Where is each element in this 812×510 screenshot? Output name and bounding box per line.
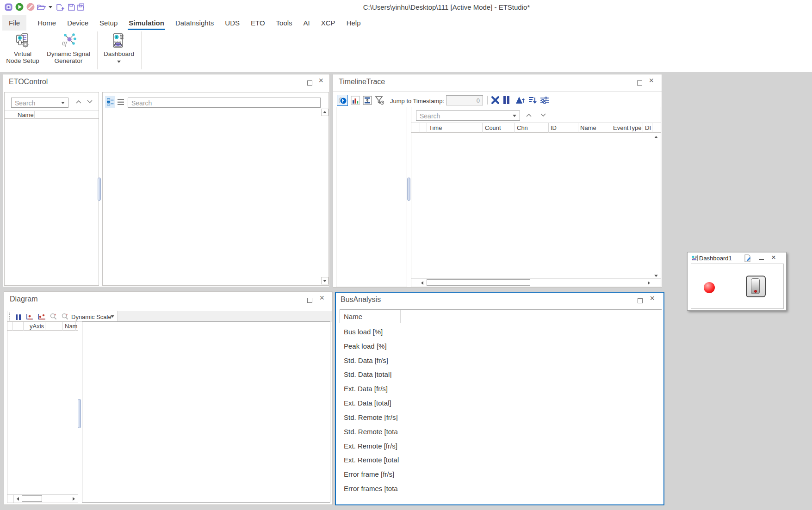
etocontrol-column-name[interactable]: Name xyxy=(18,111,34,118)
busanalysis-column-name[interactable]: Name xyxy=(344,313,362,320)
trace-hscroll-right-button[interactable] xyxy=(645,280,651,286)
busanalysis-row[interactable]: Ext. Data [fr/s] xyxy=(340,382,662,396)
etocontrol-splitter[interactable] xyxy=(98,178,101,201)
save-as-button[interactable] xyxy=(77,3,86,11)
column-yaxis[interactable]: yAxis xyxy=(30,323,44,330)
tab-datainsights[interactable]: DataInsights xyxy=(175,19,214,27)
fit-rows-icon[interactable] xyxy=(363,96,372,105)
open-folder-dropdown-caret[interactable] xyxy=(49,6,52,8)
axis-range-icon[interactable] xyxy=(37,313,46,320)
tab-setup[interactable]: Setup xyxy=(99,19,118,27)
zoom-y-icon[interactable] xyxy=(62,313,68,320)
etocontrol-close-button[interactable]: × xyxy=(318,76,323,85)
busanalysis-row[interactable]: Bus load [%] xyxy=(340,325,662,339)
toolbar-grip[interactable] xyxy=(9,313,11,320)
stop-button[interactable] xyxy=(26,3,35,11)
busanalysis-row[interactable]: Ext. Data [total] xyxy=(340,396,662,411)
virtual-node-setup-button[interactable]: Virtual Node Setup xyxy=(5,31,41,64)
busanalysis-maximize-button[interactable] xyxy=(638,298,643,303)
tree-view-toggle[interactable] xyxy=(105,96,115,108)
dashboard1-minimize-button[interactable] xyxy=(759,259,764,260)
diagram-hscroll-left-button[interactable] xyxy=(15,496,21,502)
diagram-hscroll-thumb[interactable] xyxy=(22,495,42,502)
diagram-maximize-button[interactable] xyxy=(307,298,312,303)
diagram-splitter[interactable] xyxy=(78,399,81,428)
dashboard1-edit-icon[interactable] xyxy=(744,254,751,262)
dynamic-signal-generator-button[interactable]: Dynamic Signal Generator xyxy=(46,31,91,64)
filter-icon[interactable] xyxy=(374,95,385,106)
trace-search-next-button[interactable] xyxy=(540,113,546,117)
busanalysis-row[interactable]: Ext. Remote [total xyxy=(340,453,662,467)
diagram-hscroll-right-button[interactable] xyxy=(70,496,76,502)
trace-scrollbar-up-button[interactable] xyxy=(652,134,660,141)
tab-file[interactable]: File xyxy=(2,15,26,31)
tab-help[interactable]: Help xyxy=(347,19,361,27)
busanalysis-row[interactable]: Std. Data [total] xyxy=(340,368,662,382)
timelinetrace-search-combobox[interactable]: Search xyxy=(416,111,520,121)
follow-mode-toggle[interactable] xyxy=(337,95,348,106)
tab-home[interactable]: Home xyxy=(37,19,56,27)
scale-mode-caret[interactable] xyxy=(111,315,114,318)
axis-marker-icon[interactable] xyxy=(26,313,33,320)
list-view-icon[interactable] xyxy=(117,98,124,105)
busanalysis-row[interactable]: Ext. Remote [fr/s] xyxy=(340,439,662,454)
scale-mode-label[interactable]: Dynamic Scale xyxy=(71,313,112,320)
column-chn[interactable]: Chn xyxy=(517,124,528,131)
save-button[interactable] xyxy=(68,4,75,11)
clear-trace-icon[interactable] xyxy=(491,96,500,104)
trace-hscroll-thumb[interactable] xyxy=(427,279,530,286)
column-name[interactable]: Name xyxy=(580,124,596,131)
etocontrol-tree-search-input[interactable]: Search xyxy=(128,98,321,108)
column-eventtype[interactable]: EventType xyxy=(613,124,641,131)
tab-device[interactable]: Device xyxy=(67,19,88,27)
timelinetrace-splitter[interactable] xyxy=(407,178,410,201)
start-button[interactable] xyxy=(15,3,24,11)
zoom-x-icon[interactable] xyxy=(50,313,57,320)
etocontrol-search-combobox[interactable]: Search xyxy=(11,98,68,108)
tab-ai[interactable]: AI xyxy=(304,19,310,27)
scrollbar-down-button[interactable] xyxy=(321,277,329,284)
tab-tools[interactable]: Tools xyxy=(276,19,292,27)
tab-xcp[interactable]: XCP xyxy=(321,19,335,27)
busanalysis-close-button[interactable]: × xyxy=(650,294,655,302)
busanalysis-row[interactable]: Std. Remote [tota xyxy=(340,425,662,439)
busanalysis-row[interactable]: Std. Data [fr/s] xyxy=(340,354,662,368)
search-prev-button[interactable] xyxy=(75,99,82,104)
busanalysis-row[interactable]: Peak load [%] xyxy=(340,339,662,354)
column-id[interactable]: ID xyxy=(551,124,557,131)
new-file-button[interactable] xyxy=(56,4,65,11)
column-count[interactable]: Count xyxy=(485,124,501,131)
trigger-icon[interactable] xyxy=(515,96,526,104)
trace-hscroll-left-button[interactable] xyxy=(420,280,426,286)
scrollbar-up-button[interactable] xyxy=(321,109,329,116)
toggle-switch[interactable] xyxy=(746,276,766,297)
title-bar: C:\Users\yinhu\Desktop\111 [Active Mode]… xyxy=(0,0,812,14)
sort-icon[interactable] xyxy=(528,96,537,104)
dashboard1-close-button[interactable]: × xyxy=(771,253,776,262)
led-indicator[interactable] xyxy=(704,282,715,293)
busanalysis-row[interactable]: Std. Remote [fr/s] xyxy=(340,411,662,425)
open-folder-button[interactable] xyxy=(37,4,46,11)
dashboard1-window-title: Dashboard1 xyxy=(699,255,732,262)
pause-trace-icon[interactable] xyxy=(503,96,511,106)
diagram-close-button[interactable]: × xyxy=(319,294,324,302)
settings-sliders-icon[interactable] xyxy=(540,96,550,104)
diagram-pause-icon[interactable] xyxy=(16,313,22,322)
tab-uds[interactable]: UDS xyxy=(225,19,240,27)
etocontrol-maximize-button[interactable] xyxy=(307,80,312,86)
tab-simulation[interactable]: Simulation xyxy=(129,19,164,27)
statistics-icon[interactable] xyxy=(351,96,360,105)
dashboard-button[interactable]: Dashboard xyxy=(100,31,137,64)
tab-eto[interactable]: ETO xyxy=(251,19,265,27)
column-di[interactable]: DI xyxy=(645,124,651,131)
timelinetrace-close-button[interactable]: × xyxy=(649,76,654,85)
jump-to-timestamp-input[interactable]: 0 xyxy=(446,95,483,105)
column-nam[interactable]: Nam xyxy=(65,323,77,330)
trace-search-prev-button[interactable] xyxy=(526,113,532,117)
busanalysis-row[interactable]: Error frames [tota xyxy=(340,482,662,496)
search-next-button[interactable] xyxy=(87,99,93,104)
column-time[interactable]: Time xyxy=(429,124,442,131)
dynamic-signal-generator-label-line1: Dynamic Signal xyxy=(47,50,90,57)
busanalysis-row[interactable]: Error frame [fr/s] xyxy=(340,467,662,482)
timelinetrace-maximize-button[interactable] xyxy=(637,80,642,86)
